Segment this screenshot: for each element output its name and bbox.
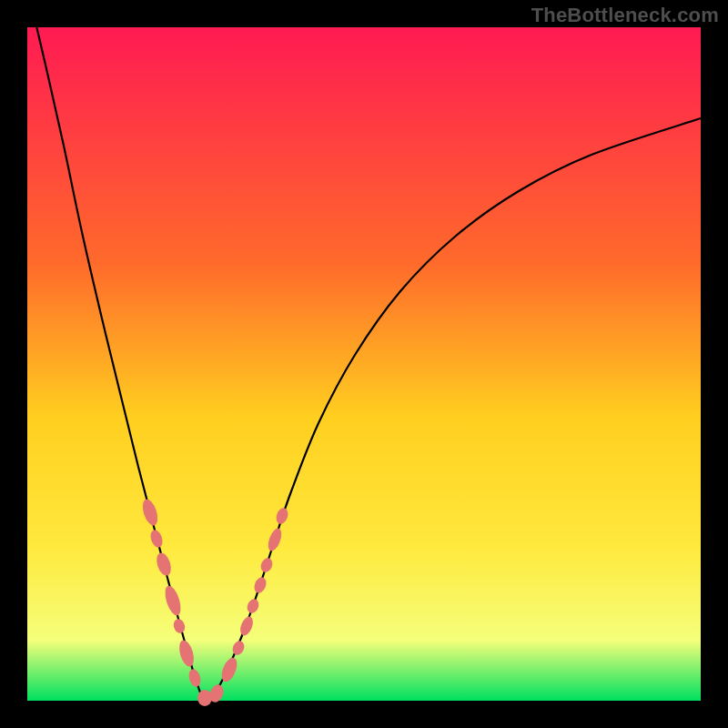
plot-area: [27, 27, 701, 701]
marker-7: [197, 690, 212, 706]
chart-canvas: [0, 0, 728, 728]
chart-stage: TheBottleneck.com: [0, 0, 728, 728]
watermark-text: TheBottleneck.com: [531, 4, 719, 27]
